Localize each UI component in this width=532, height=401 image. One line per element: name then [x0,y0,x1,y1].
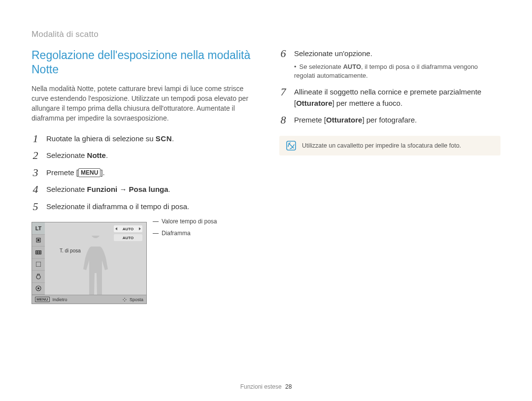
svg-point-12 [37,287,39,289]
aperture-value-pill: AUTO [114,234,142,241]
step-text: ] per mettere a fuoco. [332,99,403,107]
step-6: 6 Selezionate un'opzione. •Se selezionat… [279,48,500,81]
step-text: Ruotate la ghiera di selezione su [46,134,156,143]
note-box: Utilizzate un cavalletto per impedire la… [279,136,500,155]
camera-footer: MENU Indietro Sposta [32,295,146,304]
camera-screen: LT [32,222,147,304]
left-arrow-icon [115,227,117,230]
shutter-value-pill: AUTO [114,225,142,232]
step-4: 4 Selezionate Funzioni → Posa lunga. [32,184,253,195]
step-text: Selezionate un'opzione. [294,49,372,58]
camera-with-callouts: LT [32,218,253,304]
callout-shutter: Valore tempo di posa [162,218,217,225]
right-arrow-icon [139,227,141,230]
step-number: 7 [279,87,287,97]
step-text: Premete [ [46,168,78,177]
breadcrumb: Modalità di scatto [32,30,500,39]
pill-label: AUTO [123,227,134,231]
svg-rect-7 [38,252,39,253]
menu-button-label: MENU [78,168,100,177]
step-number: 1 [32,133,39,144]
page-footer: Funzioni estese 28 [0,383,532,390]
svg-marker-14 [124,301,125,302]
step-text: . [106,151,108,159]
pill-label: AUTO [123,236,134,240]
footer-section: Funzioni estese [240,383,282,390]
step-text: ]. [100,168,104,177]
step-bold: Notte [87,151,106,159]
step-bold: Funzioni [87,185,118,193]
step-number: 2 [32,150,39,161]
svg-marker-13 [124,298,125,299]
svg-marker-15 [123,299,124,300]
svg-rect-6 [36,252,37,253]
person-silhouette-icon [78,236,113,295]
step-5: 5 Selezionate il diaframma o il tempo di… [32,201,253,213]
step-text: ] per fotografare. [362,116,417,124]
step-text: Selezionate [46,185,87,193]
step-text: Selezionate il diaframma o il tempo di p… [46,201,253,213]
substep-text: Se selezionate [299,63,343,70]
footer-move-label: Sposta [130,297,143,302]
step-number: 3 [32,167,39,178]
svg-marker-16 [126,299,127,300]
sidebar-icon [32,247,45,259]
note-icon [286,141,296,151]
callout-aperture: Diaframma [162,230,191,237]
step-2: 2 Selezionate Notte. [32,150,253,161]
left-column: Regolazione dell'esposizione nella modal… [32,48,253,304]
page-number: 28 [285,383,292,390]
svg-rect-2 [35,250,41,254]
step-8: 8 Premete [Otturatore] per fotografare. [279,115,500,126]
camera-main: AUTO AUTO T. di posa [45,222,146,295]
sidebar-icon [32,259,45,271]
sub-step: •Se selezionate AUTO, il tempo di posa o… [294,62,500,81]
svg-rect-5 [40,251,41,252]
svg-point-10 [36,275,40,279]
note-text: Utilizzate un cavalletto per impedire la… [302,142,461,149]
steps-list-left: 1 Ruotate la ghiera di selezione su SCN.… [32,133,253,213]
intro-paragraph: Nella modalità Notte, potete catturare b… [32,84,253,123]
step-text: Selezionate [46,151,87,159]
arrow: → [117,185,129,193]
dpad-icon [123,298,127,302]
step-bold: Otturatore [296,99,332,107]
step-bold: Posa lunga [129,185,168,193]
footer-back-label: Indietro [53,297,67,302]
menu-button-mini: MENU [35,297,50,302]
sidebar-icon [32,235,45,247]
sidebar-icon [32,283,45,295]
step-3: 3 Premete [MENU]. [32,167,253,179]
camera-sidebar: LT [32,222,45,295]
section-heading: Regolazione dell'esposizione nella modal… [32,48,253,77]
sidebar-icon [32,271,45,283]
step-bold: Otturatore [326,116,362,124]
substep-bold: AUTO [343,63,361,70]
steps-list-right: 6 Selezionate un'opzione. •Se selezionat… [279,48,500,126]
scn-mode-label: SCN [156,134,172,143]
step-number: 6 [279,48,287,59]
svg-rect-4 [38,251,39,252]
step-number: 8 [279,115,287,125]
svg-rect-1 [37,239,39,241]
step-number: 4 [32,184,39,195]
right-column: 6 Selezionate un'opzione. •Se selezionat… [279,48,500,304]
step-text: . [172,134,174,143]
mode-indicator: LT [32,222,45,235]
step-number: 5 [32,201,39,212]
step-text: Premete [ [294,116,326,124]
svg-rect-9 [36,262,41,267]
svg-rect-3 [36,251,37,252]
step-7: 7 Allineate il soggetto nella cornice e … [279,87,500,109]
step-text: . [168,185,170,193]
shutter-label: T. di posa [60,248,81,253]
svg-rect-8 [40,252,41,253]
step-1: 1 Ruotate la ghiera di selezione su SCN. [32,133,253,145]
